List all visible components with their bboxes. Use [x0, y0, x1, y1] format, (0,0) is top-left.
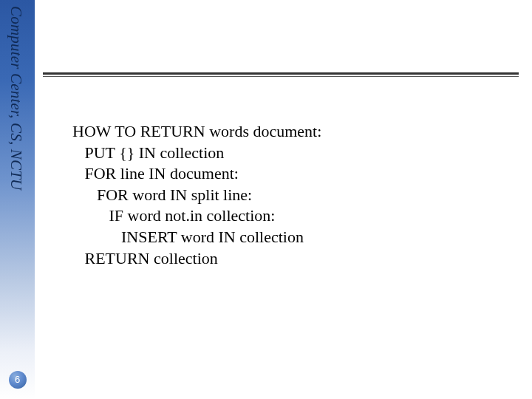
title-rule-thin	[43, 76, 519, 77]
code-line: RETURN collection	[72, 248, 510, 270]
pseudocode-block: HOW TO RETURN words document: PUT {} IN …	[72, 121, 510, 269]
code-line: FOR word IN split line:	[72, 185, 510, 206]
code-line: PUT {} IN collection	[72, 143, 510, 164]
code-line: IF word not.in collection:	[72, 205, 510, 227]
page-number-container: 6	[0, 371, 35, 389]
code-line: INSERT word IN collection	[72, 227, 510, 248]
title-area	[43, 10, 519, 75]
sidebar: Computer Center, CS, NCTU 6	[0, 0, 35, 399]
title-rule-thick	[43, 72, 519, 75]
code-line: FOR line IN document:	[72, 163, 510, 185]
org-label: Computer Center, CS, NCTU	[7, 6, 25, 190]
code-line: HOW TO RETURN words document:	[72, 121, 510, 143]
page-number-badge: 6	[9, 371, 27, 389]
